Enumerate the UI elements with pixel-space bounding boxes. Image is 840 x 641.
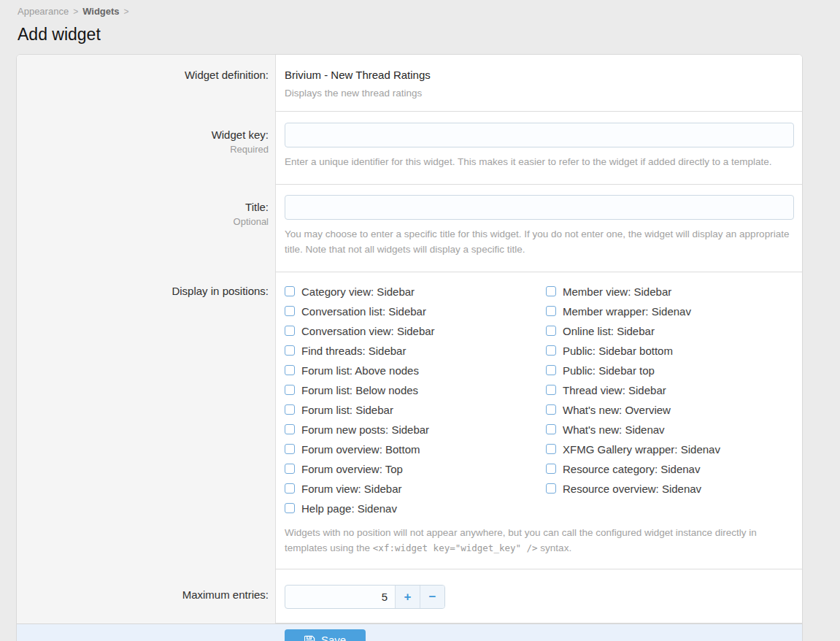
position-option[interactable]: Help page: Sidenav xyxy=(285,499,546,518)
checkbox-icon[interactable] xyxy=(285,424,295,434)
maximum-entries-label-cell: Maximum entries: xyxy=(17,569,276,623)
maximum-entries-row: Maximum entries: + − xyxy=(17,569,802,623)
decrement-button[interactable]: − xyxy=(420,586,444,608)
maximum-entries-label: Maximum entries: xyxy=(24,588,269,601)
position-option-label: Category view: Sidebar xyxy=(301,285,415,298)
position-option[interactable]: Resource overview: Sidenav xyxy=(546,479,794,499)
checkbox-icon[interactable] xyxy=(285,345,295,356)
checkbox-icon[interactable] xyxy=(546,286,556,296)
position-option[interactable]: Conversation view: Sidebar xyxy=(285,321,546,341)
position-option[interactable]: Conversation list: Sidebar xyxy=(285,302,546,321)
widget-definition-description: Displays the new thread ratings xyxy=(285,88,794,99)
position-option[interactable]: Find threads: Sidebar xyxy=(285,341,546,361)
checkbox-icon[interactable] xyxy=(285,326,295,336)
checkbox-icon[interactable] xyxy=(285,483,295,494)
position-option-label: Member view: Sidebar xyxy=(563,285,671,298)
position-option[interactable]: Forum overview: Top xyxy=(285,459,546,479)
position-option-label: Resource overview: Sidenav xyxy=(563,483,701,495)
position-option[interactable]: Thread view: Sidebar xyxy=(546,380,794,400)
widget-key-content: Enter a unique identifier for this widge… xyxy=(276,112,802,185)
checkbox-icon[interactable] xyxy=(546,464,556,474)
positions-description: Widgets with no position will not appear… xyxy=(285,526,794,556)
position-option[interactable]: Public: Sidebar bottom xyxy=(546,341,794,361)
position-option-label: Forum view: Sidebar xyxy=(301,483,402,495)
position-option[interactable]: What's new: Overview xyxy=(546,400,794,420)
checkbox-icon[interactable] xyxy=(285,365,295,375)
checkbox-icon[interactable] xyxy=(546,483,556,494)
position-option[interactable]: Resource category: Sidenav xyxy=(546,459,794,479)
position-option[interactable]: Online list: Sidebar xyxy=(546,321,794,341)
checkbox-icon[interactable] xyxy=(285,444,295,454)
title-row: Title: Optional You may choose to enter … xyxy=(17,185,802,272)
maximum-entries-stepper: + − xyxy=(285,585,445,609)
title-input[interactable] xyxy=(285,195,794,220)
position-option-label: Member wrapper: Sidenav xyxy=(563,305,691,318)
position-option-label: Thread view: Sidebar xyxy=(563,384,666,396)
maximum-entries-input[interactable] xyxy=(285,586,395,608)
position-option-label: Forum new posts: Sidebar xyxy=(301,423,429,436)
position-option-label: Forum overview: Bottom xyxy=(301,443,420,456)
breadcrumb-appearance[interactable]: Appearance xyxy=(18,6,69,17)
position-option[interactable]: Forum list: Sidebar xyxy=(285,400,546,420)
widget-key-label: Widget key: xyxy=(24,128,269,141)
position-option[interactable]: Member wrapper: Sidenav xyxy=(546,302,794,321)
position-option-label: Forum list: Below nodes xyxy=(301,384,418,396)
save-button[interactable]: Save xyxy=(285,629,366,641)
checkbox-icon[interactable] xyxy=(285,464,295,474)
position-option-label: Help page: Sidenav xyxy=(301,502,397,515)
widget-key-input[interactable] xyxy=(285,123,794,147)
position-option-label: Online list: Sidebar xyxy=(563,325,655,337)
widget-key-description: Enter a unique identifier for this widge… xyxy=(285,155,794,170)
widget-definition-label-cell: Widget definition: xyxy=(17,55,276,112)
checkbox-icon[interactable] xyxy=(285,404,295,415)
position-option[interactable]: Category view: Sidebar xyxy=(285,282,546,302)
checkbox-icon[interactable] xyxy=(285,503,295,513)
checkbox-icon[interactable] xyxy=(546,385,556,395)
position-option[interactable]: What's new: Sidenav xyxy=(546,420,794,440)
breadcrumb-widgets[interactable]: Widgets xyxy=(82,6,119,17)
position-option-label: Find threads: Sidebar xyxy=(301,345,406,357)
checkbox-icon[interactable] xyxy=(285,385,295,395)
position-option[interactable]: Forum list: Below nodes xyxy=(285,380,546,400)
widget-key-row: Widget key: Required Enter a unique iden… xyxy=(17,112,802,185)
form-footer: Save xyxy=(17,623,802,641)
increment-button[interactable]: + xyxy=(395,586,420,608)
widget-definition-row: Widget definition: Brivium - New Thread … xyxy=(17,55,802,112)
checkbox-icon[interactable] xyxy=(546,424,556,434)
page-header: Appearance>Widgets> Add widget xyxy=(0,0,840,45)
position-option[interactable]: Forum overview: Bottom xyxy=(285,440,546,459)
checkbox-icon[interactable] xyxy=(546,326,556,336)
position-option-label: What's new: Overview xyxy=(563,404,671,416)
widget-definition-value: Brivium - New Thread Ratings xyxy=(285,69,794,81)
position-option-label: Forum overview: Top xyxy=(301,463,403,475)
position-option-label: What's new: Sidenav xyxy=(563,423,665,436)
widget-key-required-hint: Required xyxy=(24,144,269,155)
position-option[interactable]: Forum view: Sidebar xyxy=(285,479,546,499)
checkbox-icon[interactable] xyxy=(546,444,556,454)
position-option-label: Conversation list: Sidebar xyxy=(301,305,426,318)
checkbox-icon[interactable] xyxy=(546,365,556,375)
checkbox-icon[interactable] xyxy=(546,404,556,415)
checkbox-icon[interactable] xyxy=(285,286,295,296)
positions-column-1: Category view: Sidebar Conversation list… xyxy=(285,282,546,518)
position-option[interactable]: Forum new posts: Sidebar xyxy=(285,420,546,440)
position-option[interactable]: XFMG Gallery wrapper: Sidenav xyxy=(546,440,794,459)
title-description: You may choose to enter a specific title… xyxy=(285,227,794,258)
title-optional-hint: Optional xyxy=(24,216,269,227)
position-option[interactable]: Member view: Sidebar xyxy=(546,282,794,302)
save-icon xyxy=(304,634,315,641)
positions-column-2: Member view: Sidebar Member wrapper: Sid… xyxy=(546,282,794,518)
title-label-cell: Title: Optional xyxy=(17,185,276,272)
position-option-label: Conversation view: Sidebar xyxy=(301,325,435,337)
save-button-label: Save xyxy=(321,634,346,641)
title-content: You may choose to enter a specific title… xyxy=(276,185,802,272)
checkbox-icon[interactable] xyxy=(546,345,556,356)
position-option[interactable]: Forum list: Above nodes xyxy=(285,361,546,380)
position-option[interactable]: Public: Sidebar top xyxy=(546,361,794,380)
checkbox-icon[interactable] xyxy=(285,306,295,316)
checkbox-icon[interactable] xyxy=(546,306,556,316)
add-widget-form: Widget definition: Brivium - New Thread … xyxy=(16,54,803,641)
position-option-label: Public: Sidebar top xyxy=(563,364,655,377)
page-title: Add widget xyxy=(18,25,840,45)
breadcrumb: Appearance>Widgets> xyxy=(18,6,840,17)
